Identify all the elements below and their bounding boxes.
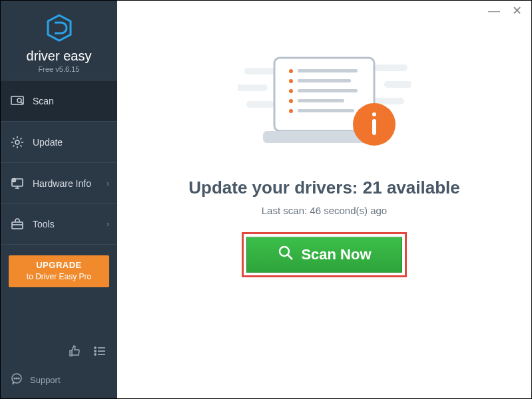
sidebar-item-scan[interactable]: Scan (1, 80, 117, 121)
svg-line-44 (288, 255, 292, 259)
sidebar-item-label: Scan (33, 96, 54, 106)
toolbox-icon (10, 217, 25, 231)
headline: Update your drivers: 21 available (117, 178, 531, 198)
svg-rect-41 (372, 112, 376, 116)
svg-rect-37 (298, 99, 344, 102)
svg-point-19 (14, 378, 15, 379)
search-icon (277, 244, 294, 265)
chevron-right-icon: › (107, 179, 109, 188)
sidebar: driver easy Free v5.6.15 Scan (1, 1, 117, 398)
chat-icon (10, 372, 23, 388)
svg-point-32 (289, 79, 293, 83)
sidebar-item-label: Update (33, 137, 63, 148)
svg-point-16 (95, 354, 96, 355)
scan-now-label: Scan Now (301, 246, 371, 263)
sidebar-item-update[interactable]: Update (1, 121, 117, 162)
gear-icon (10, 135, 25, 150)
headline-suffix: available (382, 178, 460, 198)
upgrade-line1: UPGRADE (11, 259, 107, 271)
upgrade-button[interactable]: UPGRADE to Driver Easy Pro (9, 255, 109, 287)
svg-rect-39 (298, 109, 354, 112)
last-scan-text: Last scan: 46 second(s) ago (117, 205, 531, 216)
monitor-icon: i (10, 176, 25, 191)
svg-rect-10 (12, 222, 23, 229)
sidebar-item-support[interactable]: Support (1, 364, 117, 398)
svg-point-34 (289, 89, 293, 93)
sidebar-item-tools[interactable]: Tools › (1, 203, 117, 245)
sidebar-footer-icons (1, 340, 117, 364)
svg-point-14 (95, 350, 96, 352)
svg-point-43 (280, 247, 289, 256)
laptop-illustration (117, 51, 531, 164)
svg-rect-42 (372, 119, 376, 135)
sidebar-item-label: Tools (33, 219, 55, 229)
sidebar-item-hardware[interactable]: i Hardware Info › (1, 162, 117, 203)
main-panel: Update your drivers: 21 available Last s… (117, 1, 531, 398)
available-count: 21 (363, 178, 382, 198)
svg-text:i: i (14, 179, 15, 182)
svg-rect-35 (298, 89, 358, 92)
scan-now-button[interactable]: Scan Now (246, 237, 402, 273)
window-controls: — ✕ (488, 1, 531, 21)
upgrade-line2: to Driver Easy Pro (11, 271, 107, 282)
svg-point-30 (289, 69, 293, 73)
sidebar-item-label: Hardware Info (33, 178, 91, 189)
thumbs-up-icon[interactable] (68, 344, 81, 360)
headline-prefix: Update your drivers: (188, 178, 363, 198)
scan-icon (10, 94, 25, 108)
svg-point-38 (289, 109, 293, 113)
svg-point-36 (289, 99, 293, 103)
support-label: Support (30, 375, 61, 385)
brand-name: driver easy (1, 49, 117, 64)
svg-rect-31 (298, 69, 358, 72)
svg-point-12 (95, 347, 96, 348)
svg-line-3 (21, 102, 23, 104)
app-logo-icon (44, 13, 75, 46)
svg-point-21 (18, 378, 19, 379)
chevron-right-icon: › (107, 219, 109, 229)
svg-point-4 (15, 140, 19, 144)
app-window: — ✕ driver easy Free v5.6.15 (0, 0, 532, 399)
minimize-icon[interactable]: — (488, 4, 500, 18)
close-icon[interactable]: ✕ (512, 3, 522, 18)
svg-rect-33 (298, 79, 351, 82)
svg-point-20 (16, 378, 17, 379)
logo-block: driver easy Free v5.6.15 (1, 1, 117, 80)
list-icon[interactable] (93, 344, 107, 360)
sidebar-nav: Scan Update i Hardware In (1, 80, 117, 245)
scan-highlight-box: Scan Now (242, 232, 407, 277)
brand-version: Free v5.6.15 (1, 65, 117, 73)
